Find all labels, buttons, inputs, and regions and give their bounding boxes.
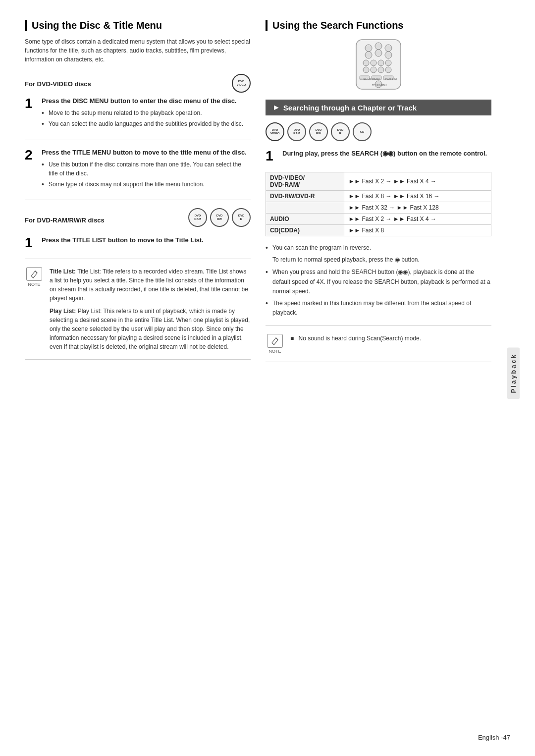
dvd-r-icon: DVD R <box>232 208 251 227</box>
left-column: Using the Disc & Title Menu Some type of… <box>25 20 251 726</box>
step-1-number: 1 <box>25 97 36 131</box>
step-3-block: 1 Press the TITLE LIST button to move to… <box>25 236 251 250</box>
bullet-dot: • <box>266 299 269 318</box>
dvd-ram-label: For DVD-RAM/RW/R discs <box>25 216 105 224</box>
divider-1 <box>25 140 251 140</box>
search-heading-arrow: ► <box>272 103 280 112</box>
note-title-list-label: Title List: <box>50 268 76 275</box>
bullet-dot: • <box>42 108 46 117</box>
svg-text:TITLE LIST: TITLE LIST <box>360 77 373 80</box>
svg-point-6 <box>375 50 382 56</box>
step-3-content: Press the TITLE LIST button to move to t… <box>42 236 204 250</box>
right-column: Using the Search Functions <box>266 20 491 726</box>
svg-point-11 <box>385 60 391 66</box>
note-play-list-text: Play List: This refers to a unit of play… <box>50 308 250 350</box>
step-2-number: 2 <box>25 148 36 191</box>
speed-row-2: DVD-RW/DVD-R ►► Fast X 8 → ►► Fast X 16 … <box>266 191 491 202</box>
right-note-text: No sound is heard during Scan(Search) mo… <box>299 335 421 342</box>
note-play-list-label: Play List: <box>50 308 76 315</box>
speed-row-4: AUDIO ►► Fast X 2 → ►► Fast X 4 → <box>266 214 491 225</box>
speed-value-4: ►► Fast X 2 → ►► Fast X 4 → <box>344 214 491 225</box>
dvd-video-icon: DVD VIDEO <box>232 74 251 93</box>
sidebar-playback-label: Playback <box>507 347 520 399</box>
bullet-dot: • <box>42 119 46 128</box>
search-dvd-rw-icon: DVD RW <box>309 122 328 141</box>
note-title-list-text: Title List: Title refers to a recorded v… <box>50 268 248 302</box>
left-section-title: Using the Disc & Title Menu <box>25 20 251 31</box>
speed-value-2: ►► Fast X 8 → ►► Fast X 16 → <box>344 191 491 202</box>
note-box: NOTE Title List: Title List: Title refer… <box>25 267 251 351</box>
speed-value-5: ►► Fast X 8 <box>344 225 491 236</box>
svg-point-4 <box>385 45 392 52</box>
search-heading-text: Searching through a Chapter or Track <box>283 104 417 112</box>
dvd-ram-icon: DVD RAM <box>188 208 207 227</box>
speed-table: DVD-VIDEO/DVD-RAM/ ►► Fast X 2 → ►► Fast… <box>266 172 491 236</box>
right-divider-1 <box>266 325 491 326</box>
svg-point-15 <box>385 67 391 73</box>
right-note-label: NOTE <box>268 349 281 354</box>
speed-format-5: CD(CDDA) <box>266 225 344 236</box>
right-note-box: NOTE ■ No sound is heard during Scan(Sea… <box>266 334 491 354</box>
right-bullet-3: • The speed marked in this function may … <box>266 299 491 318</box>
divider-4 <box>25 359 251 360</box>
svg-point-7 <box>385 52 392 58</box>
remote-control-image: TITLE LIST MENU PLAY LIST TITLE MENU <box>339 37 418 92</box>
dvd-video-label: For DVD-VIDEO discs <box>25 80 91 88</box>
right-divider-2 <box>266 362 491 362</box>
speed-row-5: CD(CDDA) ►► Fast X 8 <box>266 225 491 236</box>
step-2-heading: Press the TITLE MENU button to move to t… <box>42 148 251 157</box>
step-2-bullet-1: • Use this button if the disc contains m… <box>42 160 251 178</box>
speed-row-3: ►► Fast X 32 → ►► Fast X 128 <box>266 202 491 214</box>
remote-area: TITLE LIST MENU PLAY LIST TITLE MENU <box>266 37 491 92</box>
bullet-dot: • <box>42 180 46 189</box>
right-bullet-1: • You can scan the program in reverse. <box>266 243 491 253</box>
svg-point-2 <box>365 45 372 52</box>
bullet-dot: • <box>266 268 269 296</box>
note-icon: NOTE <box>25 267 44 287</box>
bullet-dot: • <box>42 160 46 178</box>
svg-text:TITLE MENU: TITLE MENU <box>372 84 387 87</box>
speed-format-2: DVD-RW/DVD-R <box>266 191 344 202</box>
right-pencil-svg <box>270 336 279 345</box>
search-dvd-video-icon: DVD VIDEO <box>266 122 284 141</box>
pencil-icon <box>26 267 42 281</box>
left-intro-text: Some type of discs contain a dedicated m… <box>25 37 251 64</box>
search-cd-icon: CD <box>353 122 372 141</box>
speed-format-1: DVD-VIDEO/DVD-RAM/ <box>266 172 344 191</box>
step-3-number: 1 <box>25 236 36 250</box>
speed-format-3 <box>266 202 344 214</box>
search-heading-bar: ► Searching through a Chapter or Track <box>266 100 491 115</box>
right-section-title: Using the Search Functions <box>266 20 491 31</box>
divider-2 <box>25 200 251 200</box>
dvd-rw-icon: DVD RW <box>210 208 229 227</box>
svg-point-9 <box>371 60 376 66</box>
dvd-ram-icons: DVD RAM DVD RW DVD R <box>188 208 251 227</box>
svg-point-3 <box>375 43 382 50</box>
svg-text:PLAY LIST: PLAY LIST <box>385 77 397 80</box>
page-number: English -47 <box>478 734 510 741</box>
step-1-content: Press the DISC MENU button to enter the … <box>42 97 243 131</box>
speed-row-1: DVD-VIDEO/DVD-RAM/ ►► Fast X 2 → ►► Fast… <box>266 172 491 191</box>
step-1-bullet-1-text: Move to the setup menu related to the pl… <box>49 108 202 117</box>
svg-point-12 <box>363 67 369 73</box>
step-2-block: 2 Press the TITLE MENU button to move to… <box>25 148 251 191</box>
right-note-bullet: ■ No sound is heard during Scan(Search) … <box>290 334 421 343</box>
svg-line-0 <box>35 271 37 273</box>
search-dvd-ram-icon: DVD RAM <box>287 122 306 141</box>
right-pencil-icon <box>267 334 283 348</box>
svg-point-10 <box>378 60 384 66</box>
right-step-1-number: 1 <box>266 149 276 163</box>
pencil-svg <box>30 270 39 278</box>
svg-text:MENU: MENU <box>373 77 380 80</box>
right-note-content: ■ No sound is heard during Scan(Search) … <box>290 334 421 354</box>
svg-point-14 <box>378 67 384 73</box>
svg-point-5 <box>365 52 372 58</box>
step-1-bullet-1: • Move to the setup menu related to the … <box>42 108 243 117</box>
step-1-bullet-2-text: You can select the audio languages and t… <box>49 119 243 128</box>
step-3-heading: Press the TITLE LIST button to move to t… <box>42 236 204 245</box>
right-bullet-1-text: You can scan the program in reverse. <box>272 243 371 253</box>
black-square-icon: ■ <box>290 335 294 342</box>
right-step-1-heading: During play, press the SEARCH (◉◉) butto… <box>282 149 487 158</box>
svg-line-24 <box>276 338 278 340</box>
right-bullet-3-text: The speed marked in this function may be… <box>272 299 491 318</box>
